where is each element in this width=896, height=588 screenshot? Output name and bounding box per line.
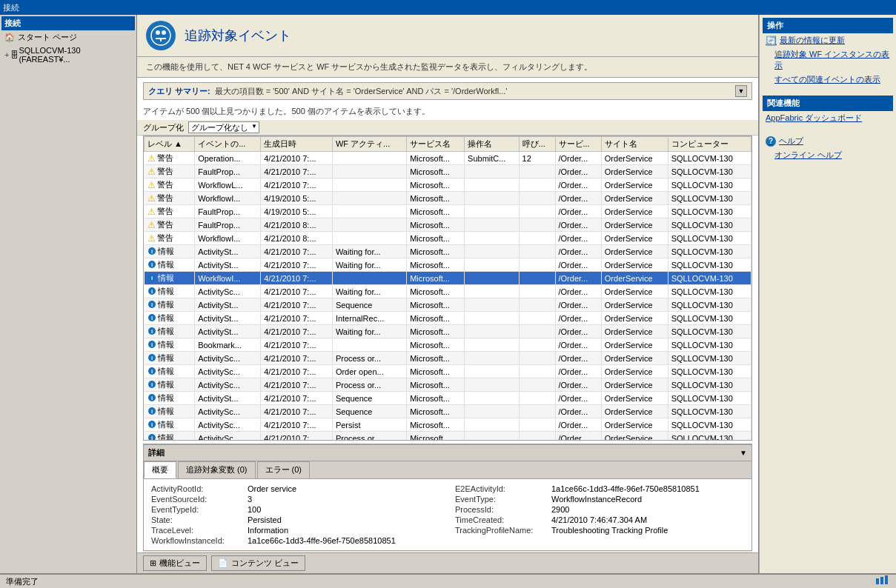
cell-service: Microsoft... [407, 325, 465, 338]
table-row[interactable]: ⚠警告WorkflowI...4/21/2010 8:...Microsoft.… [145, 232, 751, 245]
detail-label-e2eactivityid: E2EActivityId: [455, 484, 551, 493]
query-expand-btn[interactable]: ▼ [735, 85, 747, 97]
warning-icon: ⚠ [147, 167, 156, 177]
cell-event: WorkflowI... [195, 272, 261, 285]
level-label: 情報 [158, 259, 174, 270]
cell-op [465, 272, 520, 285]
table-row[interactable]: i情報ActivitySc...4/21/2010 7:...Process o… [145, 378, 751, 392]
svg-text:i: i [150, 288, 152, 295]
level-label: 警告 [157, 219, 173, 230]
col-wf[interactable]: WF アクティ... [332, 137, 406, 152]
cell-op [465, 312, 520, 325]
details-header[interactable]: 詳細 ▼ [143, 444, 752, 461]
col-site[interactable]: サイト名 [601, 137, 668, 152]
groupby-label: グループ化 [143, 122, 184, 133]
table-row[interactable]: i情報ActivitySt...4/21/2010 7:...SequenceM… [145, 298, 751, 312]
col-level[interactable]: レベル ▲ [145, 137, 195, 152]
right-link-dashboard[interactable]: AppFabric ダッシュボード [763, 111, 893, 125]
content-title: 追跡対象イベント [185, 27, 291, 44]
db-icon: 🗄 [10, 50, 19, 59]
cell-op [465, 165, 520, 178]
right-link-wf-instances[interactable]: 追跡対象 WF インスタンスの表示 [763, 47, 893, 73]
table-row[interactable]: ⚠警告FaultProp...4/21/2010 7:...Microsoft.… [145, 165, 751, 178]
right-link-refresh[interactable]: 🔄 最新の情報に更新 [763, 33, 893, 47]
table-row[interactable]: ⚠警告WorkflowI...4/19/2010 5:...Microsoft.… [145, 192, 751, 205]
table-row[interactable]: i情報ActivitySc...4/21/2010 7:...PersistMi… [145, 418, 751, 432]
cell-level: i情報 [145, 352, 195, 365]
level-label: 警告 [157, 233, 173, 244]
svg-text:i: i [150, 408, 152, 415]
table-row[interactable]: ⚠警告Operation...4/21/2010 7:...Microsoft.… [145, 152, 751, 165]
groupby-select[interactable]: グループ化なし [188, 121, 259, 133]
col-svc[interactable]: サービ... [555, 137, 601, 152]
cell-time: 4/21/2010 7:... [261, 258, 333, 272]
right-link-related-events[interactable]: すべての関連イベントの表示 [763, 73, 893, 87]
table-row[interactable]: i情報ActivitySc...4/21/2010 7:...Process o… [145, 352, 751, 365]
cell-site: OrderService [601, 392, 668, 405]
cell-service: Microsoft... [407, 192, 465, 205]
table-row[interactable]: i情報WorkflowI...4/21/2010 7:...Microsoft.… [145, 272, 751, 285]
table-row[interactable]: i情報ActivitySc...4/21/2010 7:...Process o… [145, 432, 751, 441]
sidebar-item-db[interactable]: + 🗄 SQLLOCVM-130 (FAREAST¥... [1, 44, 135, 65]
svg-point-0 [151, 26, 170, 45]
cell-call [519, 418, 555, 432]
info-icon: i [147, 380, 156, 390]
table-row[interactable]: i情報ActivitySt...4/21/2010 7:...Waiting f… [145, 245, 751, 258]
table-row[interactable]: i情報ActivitySc...4/21/2010 7:...Waiting f… [145, 285, 751, 298]
cell-site: OrderService [601, 192, 668, 205]
cell-wf [332, 152, 406, 165]
svg-point-2 [162, 30, 166, 35]
cell-svc: /Order... [555, 245, 601, 258]
cell-event: WorkflowL... [195, 178, 261, 192]
cell-time: 4/21/2010 7:... [261, 165, 333, 178]
sidebar-item-start[interactable]: 🏠 スタート ページ [1, 30, 135, 44]
table-row[interactable]: i情報ActivitySt...4/21/2010 7:...InternalR… [145, 312, 751, 325]
cell-op [465, 178, 520, 192]
content-view-btn[interactable]: 📄 コンテンツ ビュー [211, 555, 305, 571]
feature-view-btn[interactable]: ⊞ 機能ビュー [143, 555, 207, 571]
col-computer[interactable]: コンピューター [668, 137, 751, 152]
details-tab-errors[interactable]: エラー (0) [257, 461, 311, 478]
info-icon: i [147, 327, 156, 337]
cell-call [519, 205, 555, 218]
detail-label-timecreated: TimeCreated: [455, 515, 551, 524]
table-row[interactable]: i情報ActivitySt...4/21/2010 7:...Waiting f… [145, 325, 751, 338]
cell-svc: /Order... [555, 378, 601, 392]
table-row[interactable]: i情報ActivitySc...4/21/2010 7:...Order ope… [145, 365, 751, 378]
table-row[interactable]: i情報ActivitySt...4/21/2010 7:...SequenceM… [145, 392, 751, 405]
table-row[interactable]: ⚠警告FaultProp...4/19/2010 5:...Microsoft.… [145, 205, 751, 218]
cell-site: OrderService [601, 352, 668, 365]
cell-svc: /Order... [555, 232, 601, 245]
col-call[interactable]: 呼び... [519, 137, 555, 152]
col-event[interactable]: イベントの... [195, 137, 261, 152]
cell-time: 4/19/2010 5:... [261, 205, 333, 218]
sidebar-item-db-label: SQLLOCVM-130 (FAREAST¥... [19, 46, 132, 64]
table-row[interactable]: ⚠警告WorkflowL...4/21/2010 7:...Microsoft.… [145, 178, 751, 192]
details-tab-summary[interactable]: 概要 [144, 461, 176, 478]
detail-label-eventsourceid: EventSourceId: [151, 495, 248, 504]
col-op[interactable]: 操作名 [465, 137, 520, 152]
table-row[interactable]: i情報ActivitySt...4/21/2010 7:...Waiting f… [145, 258, 751, 272]
groupby-bar: グループ化 グループ化なし [137, 120, 758, 136]
col-time[interactable]: 生成日時 [261, 137, 333, 152]
info-icon: i [147, 393, 156, 404]
right-link-online-help[interactable]: オンライン ヘルプ [763, 148, 893, 162]
details-content: ActivityRootId: Order service EventSourc… [143, 478, 752, 551]
event-table-container[interactable]: レベル ▲ イベントの... 生成日時 WF アクティ... サービス名 操作名… [143, 136, 752, 441]
info-icon: i [147, 340, 156, 350]
right-link-help[interactable]: ? ヘルプ [763, 134, 893, 148]
cell-level: i情報 [145, 312, 195, 325]
cell-wf: Waiting for... [332, 245, 406, 258]
table-row[interactable]: i情報ActivitySc...4/21/2010 7:...SequenceM… [145, 405, 751, 418]
detail-label-eventtypeid: EventTypeId: [151, 505, 248, 514]
table-row[interactable]: i情報Bookmark...4/21/2010 7:...Microsoft..… [145, 338, 751, 352]
cell-op: SubmitC... [465, 152, 520, 165]
cell-level: ⚠警告 [145, 218, 195, 232]
cell-site: OrderService [601, 165, 668, 178]
table-row[interactable]: ⚠警告FaultProp...4/21/2010 8:...Microsoft.… [145, 218, 751, 232]
col-service[interactable]: サービス名 [407, 137, 465, 152]
content-description: この機能を使用して、NET 4 WCF サービスと WF サービスから生成された… [137, 57, 758, 78]
details-tab-vars[interactable]: 追跡対象変数 (0) [178, 461, 256, 478]
cell-time: 4/21/2010 7:... [261, 418, 333, 432]
details-content-scroll[interactable]: ActivityRootId: Order service EventSourc… [143, 478, 752, 552]
